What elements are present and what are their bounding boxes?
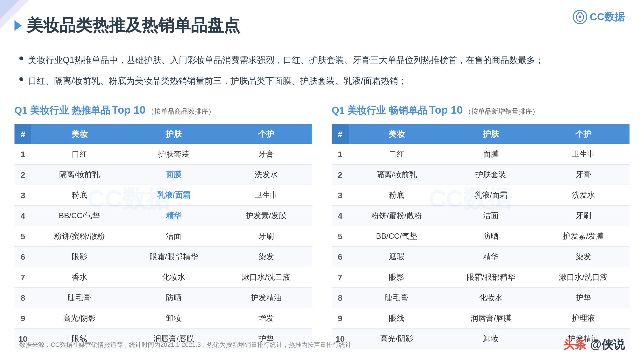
personal-cell: 染发 (220, 247, 312, 267)
table-row: 3 粉底 乳液/面霜 洗发水 (332, 185, 630, 206)
makeup-cell: 香水 (32, 267, 128, 288)
rank-cell: 2 (332, 165, 348, 185)
left-table-block: Q1 美妆行业 热推单品 Top 10 （按单品商品数排序） # 美妆 护肤 个… (14, 104, 312, 349)
rank-cell: 6 (14, 247, 32, 267)
personal-cell: 护发素/发膜 (537, 226, 630, 247)
personal-cell: 牙刷 (537, 206, 630, 226)
rank-cell: 3 (14, 185, 32, 206)
rank-cell: 5 (14, 226, 32, 247)
left-table: # 美妆 护肤 个护 1 口红 护肤套装 牙膏 2 隔离/妆前乳 面膜 洗发水 … (14, 124, 312, 349)
left-table-body: 1 口红 护肤套装 牙膏 2 隔离/妆前乳 面膜 洗发水 3 粉底 乳液/面霜 … (14, 144, 312, 349)
rank-cell: 9 (14, 308, 32, 329)
personal-cell: 卫生巾 (537, 144, 630, 165)
makeup-cell: 口红 (32, 144, 128, 165)
skincare-cell: 防晒 (128, 288, 220, 308)
personal-cell: 牙膏 (537, 165, 630, 185)
cc-logo-icon (573, 10, 587, 24)
table-row: 6 眼影 眼霜/眼部精华 染发 (14, 247, 312, 267)
skincare-cell: 化妆水 (445, 288, 537, 308)
table-row: 9 眼线 润唇膏/唇膜 护理液 (332, 308, 630, 329)
makeup-cell: 眼线 (348, 308, 445, 329)
skincare-cell: 化妆水 (128, 267, 220, 288)
rank-cell: 7 (332, 267, 348, 288)
left-col-personal: 个护 (220, 124, 312, 144)
makeup-cell: 粉底 (348, 185, 445, 206)
skincare-cell: 精华 (445, 247, 537, 267)
right-col-makeup: 美妆 (348, 124, 445, 144)
rank-cell: 5 (332, 226, 348, 247)
left-col-rank: # (14, 124, 32, 144)
tables-section: Q1 美妆行业 热推单品 Top 10 （按单品商品数排序） # 美妆 护肤 个… (14, 104, 630, 349)
makeup-cell: 口红 (348, 144, 445, 165)
skincare-cell: 乳液/面霜 (128, 185, 220, 206)
makeup-cell: 眼影 (32, 247, 128, 267)
right-table: # 美妆 护肤 个护 1 口红 面膜 卫生巾 2 隔离/妆前乳 护肤套装 牙膏 … (332, 124, 630, 349)
bullets-area: 美妆行业Q1热推单品中，基础护肤、入门彩妆单品消费需求强烈，口红、护肤套装、牙膏… (19, 53, 625, 94)
skincare-cell: 卸妆 (128, 308, 220, 329)
footer-source-text: 数据来源：CC数据社媒营销情报追踪，统计时间为2021.1-2021.3；热销为… (19, 341, 352, 349)
table-row: 2 隔离/妆前乳 面膜 洗发水 (14, 165, 312, 185)
makeup-cell: 睫毛膏 (32, 288, 128, 308)
bullet-dot-icon-2 (19, 77, 23, 81)
personal-cell: 漱口水/洗口液 (220, 267, 312, 288)
makeup-cell: 粉底 (32, 185, 128, 206)
personal-cell: 洗发水 (220, 165, 312, 185)
rank-cell: 3 (332, 185, 348, 206)
rank-cell: 1 (332, 144, 348, 165)
table-row: 5 粉饼/蜜粉/散粉 洁面 牙刷 (14, 226, 312, 247)
table-row: 8 睫毛膏 化妆水 护垫 (332, 288, 630, 308)
skincare-cell: 面膜 (445, 144, 537, 165)
makeup-cell: 隔离/妆前乳 (32, 165, 128, 185)
skincare-cell: 洁面 (445, 206, 537, 226)
logo-area: CC数据 (573, 10, 625, 24)
table-row: 8 睫毛膏 防晒 护发精油 (14, 288, 312, 308)
skincare-cell: 面膜 (128, 165, 220, 185)
rank-cell: 4 (14, 206, 32, 226)
skincare-cell: 乳液/面霜 (445, 185, 537, 206)
skincare-cell: 洁面 (128, 226, 220, 247)
makeup-cell: 睫毛膏 (348, 288, 445, 308)
personal-cell: 漱口水/洗口液 (537, 267, 630, 288)
makeup-cell: 眼影 (348, 267, 445, 288)
footer-author: @侠说 (590, 337, 625, 352)
right-table-q1: Q1 美妆行业 畅销单品 (332, 104, 427, 117)
right-col-personal: 个护 (537, 124, 630, 144)
personal-cell: 护发素/发膜 (220, 206, 312, 226)
rank-cell: 8 (14, 288, 32, 308)
rank-cell: 1 (14, 144, 32, 165)
table-row: 3 粉底 乳液/面霜 卫生巾 (14, 185, 312, 206)
personal-cell: 卫生巾 (220, 185, 312, 206)
personal-cell: 染发 (537, 247, 630, 267)
personal-cell: 洗发水 (537, 185, 630, 206)
skincare-cell: 眼霜/眼部精华 (128, 247, 220, 267)
personal-cell: 牙膏 (220, 144, 312, 165)
title-arrow-icon (14, 20, 22, 31)
right-col-rank: # (332, 124, 348, 144)
right-table-top: Top 10 (429, 104, 463, 116)
makeup-cell: 粉饼/蜜粉/散粉 (32, 226, 128, 247)
personal-cell: 护理液 (537, 308, 630, 329)
personal-cell: 护垫 (537, 288, 630, 308)
left-col-makeup: 美妆 (32, 124, 128, 144)
table-row: 4 BB/CC/气垫 精华 护发素/发膜 (14, 206, 312, 226)
page-title: 美妆品类热推及热销单品盘点 (26, 14, 240, 36)
rank-cell: 6 (332, 247, 348, 267)
table-row: 1 口红 护肤套装 牙膏 (14, 144, 312, 165)
svg-point-1 (578, 15, 582, 18)
skincare-cell: 眼霜/眼部精华 (445, 267, 537, 288)
left-table-subtitle: （按单品商品数排序） (147, 107, 215, 116)
table-row: 5 BB/CC/气垫 防晒 护发素/发膜 (332, 226, 630, 247)
bullet-text-1: 美妆行业Q1热推单品中，基础护肤、入门彩妆单品消费需求强烈，口红、护肤套装、牙膏… (28, 53, 544, 67)
makeup-cell: 隔离/妆前乳 (348, 165, 445, 185)
personal-cell: 护发精油 (220, 288, 312, 308)
skincare-cell: 护肤套装 (128, 144, 220, 165)
skincare-cell: 润唇膏/唇膜 (445, 308, 537, 329)
personal-cell: 牙刷 (220, 226, 312, 247)
right-table-header-row: # 美妆 护肤 个护 (332, 124, 630, 144)
bullet-item-2: 口红、隔离/妆前乳、粉底为美妆品类热销销量前三，护肤品类下面膜、护肤套装、乳液/… (19, 74, 625, 88)
left-table-header-row: # 美妆 护肤 个护 (14, 124, 312, 144)
bullet-dot-icon (19, 56, 23, 60)
table-row: 4 粉饼/蜜粉/散粉 洁面 牙刷 (332, 206, 630, 226)
right-table-subtitle: （按单品新增销量排序） (464, 107, 539, 116)
makeup-cell: 粉饼/蜜粉/散粉 (348, 206, 445, 226)
